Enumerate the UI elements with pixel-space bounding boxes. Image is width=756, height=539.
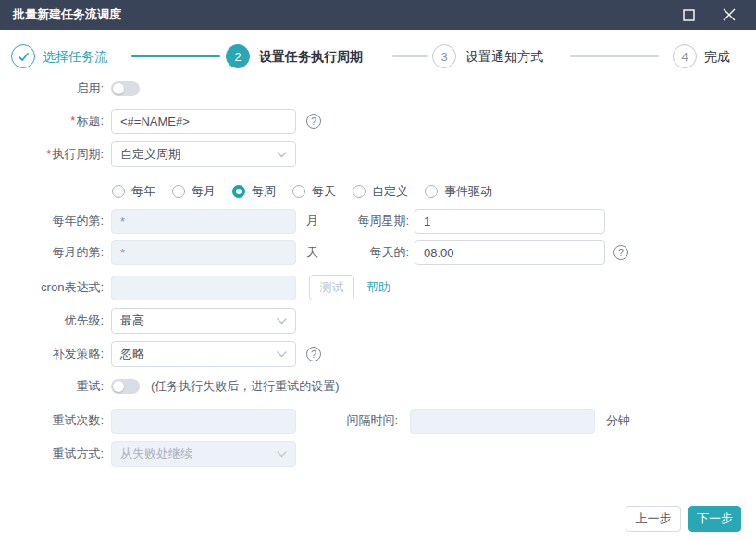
title-label-text: 标题:	[76, 114, 104, 128]
priority-label: 优先级:	[0, 312, 104, 329]
retry-count-label: 重试次数:	[0, 412, 104, 429]
row-reissue: 补发策略: 忽略 ?	[0, 341, 756, 367]
month-day-label: 每月的第:	[0, 244, 104, 261]
retry-mode-label: 重试方式:	[0, 446, 104, 462]
check-icon	[18, 51, 30, 63]
interval-label: 间隔时间:	[294, 412, 398, 429]
cron-label: cron表达式:	[0, 279, 104, 296]
day-time-input[interactable]	[415, 240, 605, 265]
priority-select-value: 最高	[120, 312, 144, 329]
step-4-label: 完成	[704, 49, 730, 66]
row-cycle: *执行周期: 自定义周期	[0, 141, 756, 167]
radio-circle	[112, 185, 125, 198]
interval-suffix: 分钟	[606, 412, 630, 429]
week-day-label: 每周星期:	[305, 213, 409, 229]
row-frequency: 每年 每月 每周 每天 自定义 事件驱动	[0, 178, 756, 204]
prev-step-button[interactable]: 上一步	[626, 506, 681, 532]
retry-mode-select: 从失败处继续	[111, 441, 296, 467]
chevron-down-icon	[277, 318, 287, 325]
step-2-circle: 2	[226, 44, 250, 68]
row-title: *标题: ?	[0, 108, 756, 134]
month-day-input	[111, 240, 296, 265]
priority-select[interactable]: 最高	[111, 308, 296, 334]
day-time-label: 每天的:	[305, 244, 409, 261]
required-mark: *	[46, 147, 51, 161]
step-3-number: 3	[440, 50, 447, 64]
row-priority: 优先级: 最高	[0, 308, 756, 334]
help-question-icon[interactable]: ?	[613, 245, 628, 260]
radio-circle	[172, 185, 185, 198]
enable-toggle[interactable]	[111, 81, 140, 96]
step-3-label: 设置通知方式	[465, 49, 543, 66]
step-4-number: 4	[681, 50, 688, 64]
step-connector	[131, 55, 220, 57]
row-retry-count: 重试次数: 间隔时间: 分钟	[0, 408, 756, 434]
retry-mode-select-value: 从失败处继续	[120, 446, 192, 462]
cron-help-link[interactable]: 帮助	[366, 279, 390, 296]
cycle-label-text: 执行周期:	[52, 147, 104, 161]
retry-label: 重试:	[0, 378, 104, 395]
help-question-icon[interactable]: ?	[306, 114, 321, 129]
cycle-label: *执行周期:	[0, 146, 104, 163]
radio-label: 每天	[312, 183, 336, 200]
frequency-radio-group: 每年 每月 每周 每天 自定义 事件驱动	[112, 183, 509, 200]
radio-circle-checked	[232, 185, 245, 198]
radio-circle	[353, 185, 366, 198]
year-day-input	[111, 209, 296, 234]
required-mark: *	[70, 114, 75, 128]
radio-label: 每月	[192, 183, 216, 200]
toggle-knob	[113, 83, 124, 94]
reissue-label: 补发策略:	[0, 346, 104, 362]
reissue-select[interactable]: 忽略	[111, 341, 296, 367]
row-enable: 启用:	[0, 76, 756, 102]
year-day-label: 每年的第:	[0, 213, 104, 229]
row-retry-mode: 重试方式: 从失败处继续	[0, 441, 756, 467]
batch-task-schedule-dialog: 批量新建任务流调度 选择任务流 2 设置任务执行周期 3 设置通知方式 4 完成…	[0, 0, 756, 539]
toggle-knob	[113, 381, 124, 392]
interval-input	[410, 409, 595, 434]
titlebar: 批量新建任务流调度	[0, 0, 756, 30]
retry-toggle[interactable]	[111, 379, 140, 394]
radio-monthly[interactable]: 每月	[172, 183, 216, 200]
chevron-down-icon	[277, 152, 287, 158]
step-2-number: 2	[234, 50, 241, 64]
row-year-day: 每年的第: 月 每周星期:	[0, 208, 756, 234]
maximize-icon[interactable]	[675, 5, 702, 25]
step-1-label[interactable]: 选择任务流	[43, 49, 107, 66]
close-icon[interactable]	[715, 5, 743, 25]
title-label: *标题:	[0, 113, 104, 129]
row-retry: 重试: (任务执行失败后，进行重试的设置)	[0, 374, 756, 399]
retry-count-input	[111, 409, 296, 434]
radio-label: 每周	[252, 183, 276, 200]
radio-yearly[interactable]: 每年	[112, 183, 155, 200]
radio-label: 每年	[131, 183, 155, 200]
dialog-title: 批量新建任务流调度	[13, 6, 662, 23]
radio-custom[interactable]: 自定义	[353, 183, 408, 200]
chevron-down-icon	[277, 351, 287, 358]
step-connector	[570, 55, 659, 57]
radio-label: 事件驱动	[444, 183, 492, 200]
step-2-label: 设置任务执行周期	[259, 49, 363, 66]
week-day-input[interactable]	[415, 209, 605, 234]
help-question-icon[interactable]: ?	[306, 347, 321, 361]
radio-circle	[425, 185, 438, 198]
cron-test-button: 测试	[309, 275, 354, 300]
radio-circle	[292, 185, 305, 198]
cron-input	[111, 276, 296, 300]
radio-label: 自定义	[372, 183, 408, 200]
cycle-select-value: 自定义周期	[120, 146, 180, 163]
row-cron: cron表达式: 测试 帮助	[0, 275, 756, 300]
radio-daily[interactable]: 每天	[292, 183, 336, 200]
step-4-circle: 4	[673, 44, 697, 68]
stepper: 选择任务流 2 设置任务执行周期 3 设置通知方式 4 完成	[0, 44, 756, 70]
enable-label: 启用:	[0, 80, 104, 97]
next-step-button[interactable]: 下一步	[688, 506, 741, 532]
title-input[interactable]	[111, 109, 296, 134]
row-month-day: 每月的第: 天 每天的: ?	[0, 239, 756, 265]
radio-event-driven[interactable]: 事件驱动	[425, 183, 492, 200]
cycle-select[interactable]: 自定义周期	[111, 141, 296, 167]
step-connector	[392, 55, 428, 57]
reissue-select-value: 忽略	[120, 346, 144, 362]
radio-weekly[interactable]: 每周	[232, 183, 276, 200]
step-1-circle	[11, 44, 35, 68]
